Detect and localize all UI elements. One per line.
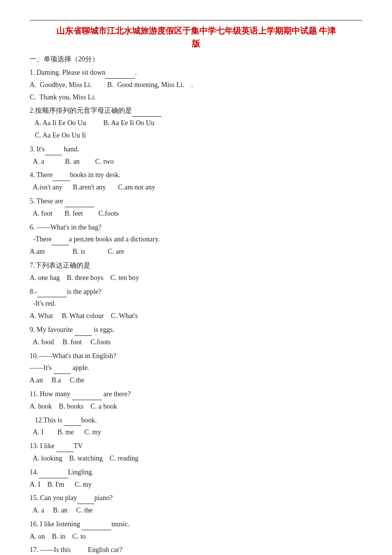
q7-opts: A. one bag B. three boys C. ten boy bbox=[30, 272, 362, 284]
q16-opts: A. on B. in C. to bbox=[30, 531, 362, 543]
question-8: 8.-is the apple? -It's red. A. What B. W… bbox=[30, 286, 362, 322]
q6-text2: -Therea pen,ten books and a dictionary. bbox=[30, 233, 362, 245]
question-4: 4. Therebooks in my desk. A.isn't any B.… bbox=[30, 169, 362, 193]
q1-blank bbox=[105, 71, 135, 79]
q7-text: 7.下列表达正确的是 bbox=[30, 260, 362, 272]
q2-text: 2.按顺序排列的元音字母正确的是 bbox=[30, 105, 362, 117]
q1-optA: A. Goodbye, Miss Li. B. Good morning, Mi… bbox=[30, 79, 362, 91]
q15-text: 15. Can you playpiano? bbox=[30, 492, 362, 504]
top-border bbox=[30, 20, 362, 21]
q8-text1: 8.-is the apple? bbox=[30, 286, 362, 298]
q13-text: 13. I like TV bbox=[30, 440, 362, 452]
question-3: 3. It's hand. A. a B. an C. two bbox=[30, 143, 362, 168]
q6-text1: 6. ——What's in the bag? bbox=[30, 222, 362, 233]
q1-optC: C. Thank you, Miss Li. bbox=[30, 92, 362, 103]
q11-text: 11. How many are there? bbox=[30, 388, 362, 400]
question-11: 11. How many are there? A. book B. books… bbox=[30, 388, 362, 413]
q15-opts: A. a B. an C. the bbox=[30, 505, 362, 516]
question-15: 15. Can you playpiano? A. a B. an C. the bbox=[30, 492, 362, 516]
q5-blank bbox=[65, 199, 94, 207]
main-title: 山东省聊城市江北水城旅游度假区于集中学七年级英语上学期期中试题 牛津 版 bbox=[30, 25, 362, 50]
q17-text1: 17. ——Is thisEnglish car? bbox=[30, 544, 362, 555]
q3-text: 3. It's hand. bbox=[30, 143, 362, 155]
q16-blank bbox=[82, 522, 111, 530]
question-2: 2.按顺序排列的元音字母正确的是 A. Aa Ii Ee Oo Uu B. Aa… bbox=[30, 105, 362, 141]
q12-text: 12.This is book. bbox=[30, 415, 362, 426]
q13-opts: A. looking B. watching C. reading bbox=[30, 453, 362, 464]
q6-opts: A.am B. is C. are bbox=[30, 246, 362, 258]
q8-blank bbox=[37, 289, 67, 297]
q5-opts: A. foot B. feet C.foots bbox=[30, 208, 362, 220]
title-line2: 版 bbox=[192, 39, 200, 48]
q14-text: 14.Lingling. bbox=[30, 466, 362, 478]
section-header: 一、单项选择（20分） bbox=[30, 55, 362, 64]
q3-blank bbox=[45, 147, 62, 155]
q13-blank bbox=[56, 444, 74, 452]
q5-text: 5. These are bbox=[30, 195, 362, 207]
q3-opts: A. a B. an C. two bbox=[30, 156, 362, 168]
q11-blank bbox=[72, 392, 102, 400]
question-10: 10.——What's that in English? ——It's appl… bbox=[30, 350, 362, 386]
q10-text2: ——It's apple. bbox=[30, 362, 362, 374]
question-9: 9. My favourite is eggs. A. food B. foot… bbox=[30, 324, 362, 348]
question-1: 1. Daming. Please sit down. A. Goodbye, … bbox=[30, 67, 362, 103]
question-7: 7.下列表达正确的是 A. one bag B. three boys C. t… bbox=[30, 260, 362, 284]
question-16: 16. I like listening music. A. on B. in … bbox=[30, 518, 362, 543]
question-12: 12.This is book. A. I B. me C. my bbox=[30, 415, 362, 439]
q9-blank bbox=[75, 328, 92, 336]
q4-opts: A.isn't any B.aren't any C.am not any bbox=[30, 182, 362, 193]
q11-opts: A. book B. books C. a book bbox=[30, 401, 362, 413]
q15-blank bbox=[77, 496, 94, 504]
q10-blank bbox=[53, 366, 71, 374]
q2-blank bbox=[132, 109, 162, 117]
q14-blank bbox=[39, 470, 68, 478]
q12-blank bbox=[64, 418, 81, 426]
question-14: 14.Lingling. A. I B. I'm C. my bbox=[30, 466, 362, 491]
q2-optC: C. Aa Ee Oo Uu Ii bbox=[30, 130, 362, 141]
question-17: 17. ——Is thisEnglish car? ——No,it'sChine… bbox=[30, 544, 362, 555]
question-5: 5. These are A. foot B. feet C.foots bbox=[30, 195, 362, 220]
q14-opts: A. I B. I'm C. my bbox=[30, 479, 362, 491]
q2-opts: A. Aa Ii Ee Oo Uu B. Aa Ee Ii Oo Uu bbox=[30, 117, 362, 129]
q16-text: 16. I like listening music. bbox=[30, 518, 362, 530]
q10-text1: 10.——What's that in English? bbox=[30, 350, 362, 362]
q12-opts: A. I B. me C. my bbox=[30, 426, 362, 438]
q6-blank bbox=[51, 237, 69, 245]
q9-text: 9. My favourite is eggs. bbox=[30, 324, 362, 336]
question-6: 6. ——What's in the bag? -Therea pen,ten … bbox=[30, 222, 362, 258]
question-13: 13. I like TV A. looking B. watching C. … bbox=[30, 440, 362, 464]
q8-opts: A. What B. What colour C. What's bbox=[30, 310, 362, 322]
q4-text: 4. Therebooks in my desk. bbox=[30, 169, 362, 181]
q1-text: 1. Daming. Please sit down. bbox=[30, 67, 362, 79]
title-line1: 山东省聊城市江北水城旅游度假区于集中学七年级英语上学期期中试题 牛津 bbox=[56, 26, 336, 36]
q9-opts: A. food B. foot C.foots bbox=[30, 336, 362, 348]
q10-opts: A.an B.a C.the bbox=[30, 374, 362, 386]
q8-text2: -It's red. bbox=[30, 298, 362, 310]
q4-blank bbox=[52, 173, 70, 181]
q17-blank1 bbox=[71, 548, 88, 555]
